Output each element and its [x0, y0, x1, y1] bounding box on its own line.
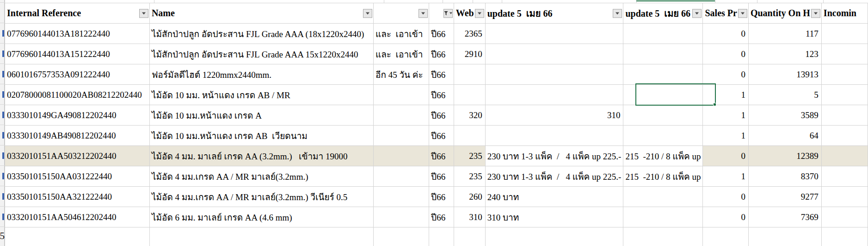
cell-update1[interactable]	[485, 64, 623, 85]
cell-update1[interactable]: 230 บาท 1-3 แพ็ค / 4 แพ็ค up 225.-	[485, 166, 623, 187]
cell-year[interactable]: ปี66	[429, 126, 454, 146]
cell-update1[interactable]	[485, 85, 623, 105]
cell-ref[interactable]: 0333010149GA490812202440	[5, 105, 150, 126]
column-header-ref[interactable]: Internal Reference	[5, 3, 150, 24]
cell-ref[interactable]	[5, 227, 150, 246]
cell-incoming[interactable]	[821, 126, 868, 146]
cell-ref[interactable]: 0332010151AA504612202440	[5, 207, 150, 227]
cell-ref[interactable]: 02078000081100020AB08212202440	[5, 85, 150, 105]
cell-web[interactable]: 2910	[454, 44, 485, 64]
cell-update1[interactable]: 310 บาท	[485, 207, 623, 227]
filter-button-year[interactable]	[443, 9, 453, 18]
cell-update2[interactable]	[623, 85, 703, 105]
cell-year[interactable]: ปี66	[429, 105, 454, 126]
cell-ref[interactable]: 033501015150AA031222440	[5, 166, 150, 187]
cell-year[interactable]: ปี66	[429, 24, 454, 44]
filter-button-web[interactable]	[475, 9, 484, 18]
cell-sales[interactable]: 0	[703, 24, 748, 44]
filter-button-update2[interactable]	[692, 9, 702, 18]
cell-name[interactable]: ไม้อัด 6 มม. มาเลย์ เกรด AA (4.6 mm)	[149, 207, 373, 227]
cell-name[interactable]: ไม้อัด 10 มม. หน้าแดง เกรด AB / MR	[149, 85, 373, 105]
cell-web[interactable]: 320	[454, 105, 485, 126]
cell-web[interactable]: 2365	[454, 24, 485, 44]
cell-name[interactable]: ไม้สักป่าปลูก อัดประสาน FJL Grade AAA (1…	[149, 24, 373, 44]
cell-note[interactable]	[373, 105, 429, 126]
cell-name[interactable]: ไม้อัด 4 มม. มาเลย์ เกรด AA (3.2mm.) เข้…	[149, 146, 373, 166]
cell-sales[interactable]: 1	[703, 126, 748, 146]
cell-note[interactable]	[373, 85, 429, 105]
cell-update1[interactable]	[485, 24, 623, 44]
cell-update1[interactable]: 240 บาท	[485, 187, 623, 207]
cell-qty[interactable]: 123	[748, 44, 821, 64]
filter-button-ref[interactable]	[139, 9, 148, 18]
cell-ref[interactable]: 033501015150AA321222440	[5, 187, 150, 207]
cell-update2[interactable]	[623, 207, 703, 227]
cell-sales[interactable]: 0	[703, 187, 748, 207]
cell-sales[interactable]	[703, 227, 748, 246]
row-number[interactable]: 5	[0, 230, 5, 242]
cell-note[interactable]: และ เอาเข้า	[373, 24, 429, 44]
cell-sales[interactable]: 0	[703, 44, 748, 64]
filter-button-qty[interactable]	[811, 9, 820, 18]
cell-incoming[interactable]	[821, 227, 868, 246]
cell-qty[interactable]: 7369	[748, 207, 821, 227]
cell-ref[interactable]: 0333010149AB490812202440	[5, 126, 150, 146]
cell-ref[interactable]: 0776960144013A151222440	[5, 44, 150, 64]
cell-incoming[interactable]	[821, 187, 868, 207]
cell-name[interactable]: ไม้อัด 10 มม.หน้าแดง เกรด AB เวียดนาม	[149, 126, 373, 146]
cell-web[interactable]: 235	[454, 146, 485, 166]
cell-note[interactable]	[373, 146, 429, 166]
cell-qty[interactable]: 9277	[748, 187, 821, 207]
cell-incoming[interactable]	[821, 44, 868, 64]
cell-incoming[interactable]	[821, 166, 868, 187]
cell-web[interactable]	[454, 64, 485, 85]
cell-note[interactable]	[373, 166, 429, 187]
filter-button-note[interactable]	[419, 9, 428, 18]
cell-note[interactable]	[373, 187, 429, 207]
cell-sales[interactable]: 1	[703, 85, 748, 105]
cell-year[interactable]: ปี66	[429, 44, 454, 64]
cell-ref[interactable]: 0601016757353A091222440	[5, 64, 150, 85]
cell-web[interactable]: 310	[454, 207, 485, 227]
cell-qty[interactable]: 13913	[748, 64, 821, 85]
cell-qty[interactable]	[748, 227, 821, 246]
cell-year[interactable]	[429, 227, 454, 246]
cell-qty[interactable]: 12389	[748, 146, 821, 166]
cell-name[interactable]: ไม้อัด 4 มม.เกรด AA / MR มาเลย์(3.2mm.) …	[149, 187, 373, 207]
cell-ref[interactable]: 0332010151AA503212202440	[5, 146, 150, 166]
cell-name[interactable]: ไม้อัด 10 มม.หน้าแดง เกรด A	[149, 105, 373, 126]
cell-qty[interactable]: 5	[748, 85, 821, 105]
cell-name[interactable]	[149, 227, 373, 246]
cell-web[interactable]	[454, 126, 485, 146]
cell-sales[interactable]: 0	[703, 146, 748, 166]
cell-web[interactable]: 260	[454, 187, 485, 207]
cell-incoming[interactable]	[821, 64, 868, 85]
cell-incoming[interactable]	[821, 146, 868, 166]
cell-incoming[interactable]	[821, 105, 868, 126]
cell-year[interactable]: ปี66	[429, 166, 454, 187]
cell-year[interactable]: ปี66	[429, 207, 454, 227]
cell-year[interactable]: ปี66	[429, 146, 454, 166]
cell-year[interactable]: ปี66	[429, 64, 454, 85]
cell-update1[interactable]: 230 บาท 1-3 แพ็ค / 4 แพ็ค up 225.-	[485, 146, 623, 166]
filter-button-update1[interactable]	[613, 9, 622, 18]
filter-button-sales[interactable]	[738, 9, 747, 18]
cell-note[interactable]: อีก 45 วัน ค่ะ	[373, 64, 429, 85]
cell-note[interactable]	[373, 207, 429, 227]
cell-note[interactable]: และ เอาเข้า	[373, 44, 429, 64]
filter-button-name[interactable]	[363, 9, 372, 18]
cell-sales[interactable]: 0	[703, 64, 748, 85]
cell-sales[interactable]: 1	[703, 166, 748, 187]
row-header-gutter[interactable]: 5	[0, 0, 5, 246]
cell-name[interactable]: ฟอร์มัลดีไฮต์ 1220mmx2440mm.	[149, 64, 373, 85]
cell-update2[interactable]: 215 -210 / 8 แพ็ค up	[623, 166, 703, 187]
cell-web[interactable]	[454, 227, 485, 246]
cell-incoming[interactable]	[821, 207, 868, 227]
cell-incoming[interactable]	[821, 24, 868, 44]
cell-update2[interactable]	[623, 105, 703, 126]
cell-note[interactable]	[373, 126, 429, 146]
cell-update1[interactable]	[485, 227, 623, 246]
cell-note[interactable]	[373, 227, 429, 246]
cell-update1[interactable]: 310	[485, 105, 623, 126]
cell-name[interactable]: ไม้อัด 4 มม.เกรด AA / MR มาเลย์(3.2mm.)	[149, 166, 373, 187]
